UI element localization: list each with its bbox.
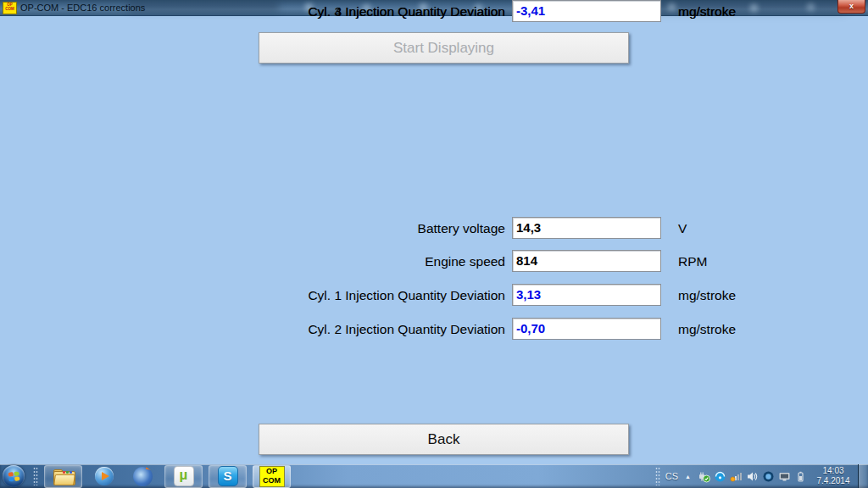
cyl4-deviation-field[interactable]: -3,41 [512, 0, 661, 22]
cyl1-deviation-label: Cyl. 1 Injection Quantity Deviation [308, 284, 505, 308]
show-hidden-icons-arrow[interactable]: ▲ [685, 474, 691, 480]
taskbar-item-explorer[interactable] [44, 465, 82, 488]
readout-row-engine-speed: Engine speed 814 RPM [0, 250, 868, 274]
language-indicator[interactable]: CS [665, 471, 678, 481]
skype-status-icon[interactable] [762, 470, 775, 483]
windows-media-player-icon [95, 467, 114, 485]
engine-speed-label: Engine speed [425, 250, 505, 274]
tray-date: 7.4.2014 [812, 476, 854, 486]
skype-icon: S [218, 466, 238, 486]
cyl4-deviation-unit: mg/stroke [678, 0, 736, 24]
taskbar-item-utorrent[interactable]: µ [164, 465, 203, 488]
engine-speed-field[interactable]: 814 [512, 250, 661, 272]
taskbar-item-firefox[interactable] [126, 466, 159, 487]
cyl2-deviation-unit: mg/stroke [678, 318, 736, 341]
app-window: OP COM OP-COM - EDC16 corrections x Star… [0, 0, 868, 488]
battery-voltage-field[interactable]: 14,3 [512, 217, 661, 239]
taskbar-item-opcom[interactable]: OP COM [253, 465, 291, 488]
utorrent-icon: µ [174, 466, 194, 486]
taskbar-item-skype[interactable]: S [209, 465, 247, 488]
blue-globe-icon[interactable] [714, 470, 726, 483]
cyl1-deviation-unit: mg/stroke [678, 284, 736, 308]
readout-row-cyl1-deviation: Cyl. 1 Injection Quantity Deviation 3,13… [0, 284, 868, 308]
back-button[interactable]: Back [259, 424, 629, 455]
volume-icon[interactable] [746, 470, 759, 483]
battery-icon[interactable] [794, 470, 807, 483]
engine-speed-unit: RPM [678, 250, 707, 274]
display-icon[interactable] [778, 470, 791, 483]
windows-explorer-icon [53, 469, 74, 484]
tray-grip[interactable] [655, 467, 660, 485]
tray-time: 14:03 [812, 466, 854, 476]
windows-flag-icon [8, 471, 19, 481]
cyl2-deviation-field[interactable]: -0,70 [512, 318, 661, 340]
show-desktop-button[interactable] [858, 464, 868, 488]
readout-row-cyl2-deviation: Cyl. 2 Injection Quantity Deviation -0,7… [0, 318, 868, 341]
readout-row-cyl4-deviation: Cyl. 4 Injection Quantity Deviation -3,4… [0, 0, 868, 24]
network-no-internet-icon[interactable] [730, 470, 743, 483]
firefox-icon [133, 467, 153, 486]
start-displaying-button[interactable]: Start Displaying [259, 32, 629, 64]
readout-row-battery-voltage: Battery voltage 14,3 V [0, 217, 868, 241]
cyl1-deviation-field[interactable]: 3,13 [512, 284, 661, 306]
taskbar-item-media-player[interactable] [88, 466, 120, 487]
tray-clock[interactable]: 14:03 7.4.2014 [812, 466, 854, 486]
opcom-icon: OP COM [259, 466, 285, 487]
battery-voltage-unit: V [678, 217, 687, 241]
start-orb-button[interactable] [3, 465, 25, 487]
taskbar-grip[interactable] [33, 467, 38, 485]
battery-voltage-label: Battery voltage [418, 217, 505, 241]
cyl4-deviation-label: Cyl. 4 Injection Quantity Deviation [308, 0, 505, 24]
cyl2-deviation-label: Cyl. 2 Injection Quantity Deviation [308, 318, 505, 341]
system-tray: CS ▲ [655, 464, 868, 488]
usb-safely-remove-icon[interactable] [698, 470, 710, 483]
